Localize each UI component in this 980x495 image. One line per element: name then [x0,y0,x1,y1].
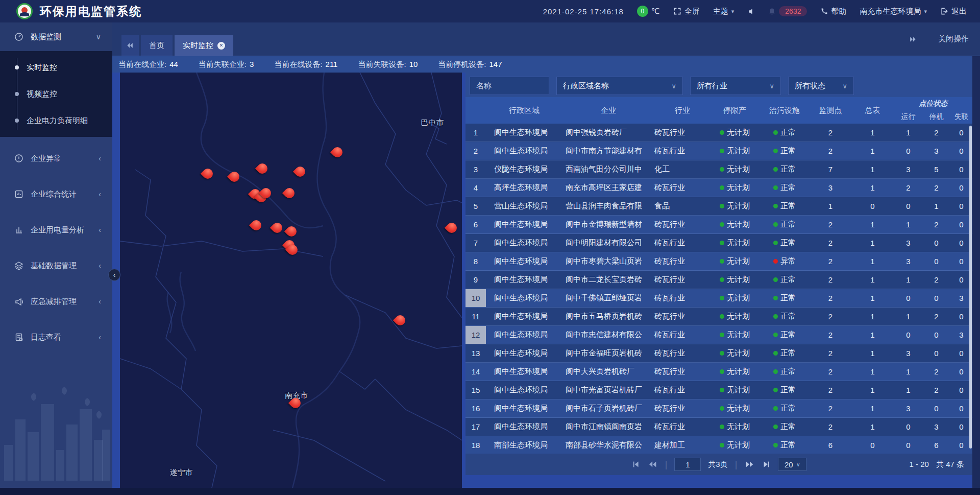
treatment-status-label: 正常 [780,440,796,450]
table-row[interactable]: 7阆中生态环境局阆中明阳建材有限公司砖瓦行业无计划正常21300 [465,234,972,252]
cell-monitor-count: 2 [810,381,851,399]
next-page-button[interactable] [744,460,754,469]
cell-industry: 砖瓦行业 [654,363,710,381]
sound-toggle-button[interactable] [747,8,755,15]
pager-divider: | [735,459,738,470]
name-search-input[interactable]: 名称 [470,77,549,95]
map-pin-icon[interactable] [284,188,295,202]
table-row[interactable]: 2阆中生态环境局阆中市南方节能建材有砖瓦行业无计划正常21030 [465,142,972,160]
org-dropdown[interactable]: 南充市生态环境局 ▾ [860,7,927,16]
tabs-scroll-left-button[interactable] [121,35,139,56]
page-size-select[interactable]: 20 ∨ [778,458,806,471]
green-status-dot-icon [720,185,724,190]
last-page-button[interactable] [762,460,771,469]
table-row[interactable]: 8阆中生态环境局阆中市枣碧大梁山页岩砖瓦行业无计划异常21300 [465,252,972,271]
sidebar-collapse-button[interactable]: ‹ [108,269,120,281]
industry-select-value: 所有行业 [697,81,727,91]
red-status-dot-icon [773,259,778,264]
table-row[interactable]: 15阆中生态环境局阆中市光富页岩机砖厂砖瓦行业无计划正常21120 [465,381,972,399]
cell-run-count: 0 [894,197,922,215]
sidebar-item[interactable]: 基础数据管理‹ [0,251,112,280]
first-page-button[interactable] [631,460,641,469]
butterfly-icon [95,411,104,419]
sidebar-item[interactable]: 企业用电量分析‹ [0,216,112,244]
first-page-icon [631,460,641,469]
map-pin-icon[interactable] [290,398,301,412]
production-status-label: 无计划 [727,275,750,285]
map-pin-icon[interactable] [286,226,297,241]
map-panel[interactable]: 巴中市 南充市 遂宁市 [120,73,462,488]
map-pin-icon[interactable] [395,315,406,329]
sidebar-item[interactable]: 日志查看‹ [0,323,112,351]
table-row[interactable]: 4高坪生态环境局南充市高坪区王家店建砖瓦行业无计划正常31220 [465,179,972,197]
cell-row-number: 16 [465,399,486,417]
sidebar-item[interactable]: 企业综合统计‹ [0,180,112,208]
cell-monitor-count: 2 [810,289,851,307]
table-row[interactable]: 14阆中生态环境局阆中大兴页岩机砖厂砖瓦行业无计划正常21120 [465,363,972,381]
theme-dropdown[interactable]: 主题 ▾ [713,7,734,16]
sidebar-subitem[interactable]: 视频监控 [0,81,112,107]
tabs-scroll-right-button[interactable] [909,35,917,43]
notification-area[interactable]: 2632 [768,6,807,16]
table-row[interactable]: 18南部生态环境局南部县砂华水泥有限公建材加工无计划正常60060 [465,436,972,452]
industry-select[interactable]: 所有行业 ∨ [690,77,781,95]
map-pin-icon[interactable] [202,169,213,183]
table-row[interactable]: 13阆中生态环境局阆中市金福旺页岩机砖砖瓦行业无计划正常21300 [465,344,972,363]
map-pin-icon[interactable] [332,147,343,161]
stat-value: 3 [250,60,254,69]
map-pin-icon[interactable] [446,223,457,237]
map-pin-icon[interactable] [287,245,298,259]
map-pin-icon[interactable] [295,167,306,181]
page-number-input[interactable]: 1 [674,458,701,471]
map-pin-icon[interactable] [251,220,262,234]
table-row[interactable]: 5营山生态环境局营山县润丰肉食品有限食品无计划正常10010 [465,197,972,216]
stat-label: 当前停机设备: [438,60,486,69]
table-scrollbar[interactable] [969,126,972,449]
map-pin-icon[interactable] [257,163,268,178]
sidebar-subitem[interactable]: 企业电力负荷明细 [0,107,112,134]
table-row[interactable]: 1阆中生态环境局阆中强锐页岩砖厂砖瓦行业无计划正常21120 [465,124,972,142]
status-select[interactable]: 所有状态 ∨ [788,77,854,95]
caret-down-icon: ▾ [924,8,927,15]
close-operations-button[interactable]: 关闭操作 [938,34,969,44]
tab-close-icon[interactable]: ✕ [217,42,225,50]
stat-item: 当前失联企业:3 [199,60,254,69]
help-button[interactable]: 帮助 [820,7,846,16]
tab-home[interactable]: 首页 [141,35,173,56]
map-pin-icon[interactable] [272,223,283,237]
table-row[interactable]: 17阆中生态环境局阆中市江南镇阆南页岩砖瓦行业无计划正常21030 [465,418,972,436]
chevron-left-icon: ‹ [99,297,101,305]
sidebar-subitem[interactable]: 实时监控 [0,54,112,81]
tab-realtime-monitor[interactable]: 实时监控 ✕ [175,35,233,56]
table-row[interactable]: 9阆中生态环境局阆中市二龙长宝页岩砖砖瓦行业无计划正常21120 [465,271,972,289]
stat-label: 当前在线企业: [118,60,166,69]
prev-page-button[interactable] [648,460,658,469]
cell-production-status: 无计划 [710,418,759,436]
table-row[interactable]: 12阆中生态环境局阆中市忠信建材有限公砖瓦行业无计划正常21003 [465,326,972,344]
table-row[interactable]: 3仪陇生态环境局西南油气田分公司川中化工无计划正常71350 [465,160,972,179]
chevron-down-icon: ∨ [769,82,774,90]
cell-company: 营山县润丰肉食品有限 [562,197,654,215]
stat-label: 当前失联设备: [358,60,406,69]
cell-stop-count: 2 [922,363,950,381]
logout-button[interactable]: 退出 [940,7,967,16]
sidebar-item[interactable]: 应急减排管理‹ [0,287,112,316]
cell-meter-count: 1 [851,344,894,362]
table-row[interactable]: 16阆中生态环境局阆中市石子页岩机砖厂砖瓦行业无计划正常21300 [465,399,972,418]
sidebar-item-data-monitoring[interactable]: 数据监测∨ [0,22,112,51]
region-select[interactable]: 行政区域名称 ∨ [556,77,683,95]
cell-stop-count: 0 [922,344,950,362]
cell-meter-count: 1 [851,252,894,270]
table-row[interactable]: 11阆中生态环境局阆中市五马桥页岩机砖砖瓦行业无计划正常21120 [465,308,972,326]
map-pin-icon[interactable] [260,188,272,202]
map-pin-icon[interactable] [229,172,240,186]
table-row[interactable]: 6阆中生态环境局阆中市金博瑞新型墙材砖瓦行业无计划正常21120 [465,216,972,234]
cell-treatment-status: 正常 [759,160,810,178]
col-header-point-status-group: 点位状态 运行 停机 失联 [894,97,972,124]
cell-run-count: 1 [894,216,922,233]
table-row[interactable]: 10阆中生态环境局阆中千佛镇五郎垭页岩砖瓦行业无计划正常21003 [465,289,972,308]
fullscreen-button[interactable]: 全屏 [673,7,700,16]
production-status-label: 无计划 [727,183,750,193]
sidebar-item[interactable]: 企业异常‹ [0,144,112,173]
green-status-dot-icon [773,425,778,429]
